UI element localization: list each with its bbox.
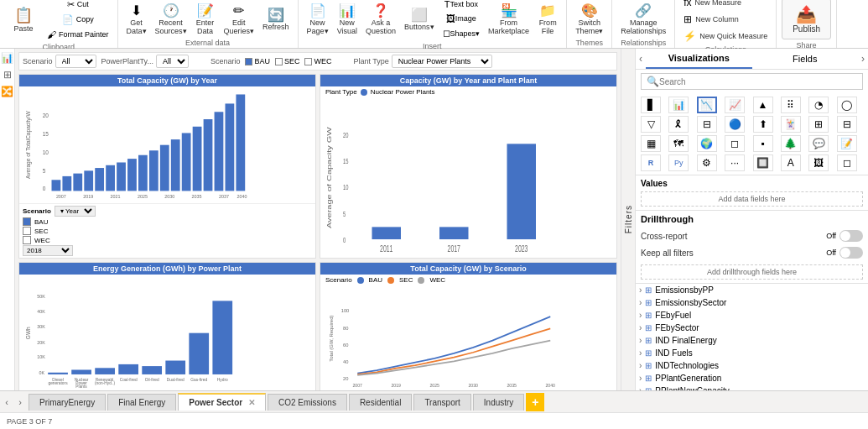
wec-checkbox[interactable]: WEC xyxy=(304,57,331,65)
viz-funnel[interactable]: ▽ xyxy=(641,116,661,133)
new-measure-button[interactable]: fx New Measure xyxy=(680,0,745,10)
shapes-button[interactable]: ◻ Shapes▾ xyxy=(439,26,484,40)
manage-relationships-button[interactable]: 🔗 Manage Relationships xyxy=(617,1,669,37)
viz-qna[interactable]: 💬 xyxy=(808,135,829,152)
viz-gauge[interactable]: 🔵 xyxy=(725,116,745,133)
scenario-chart-content[interactable]: Total (GW, Required) 20 40 60 80 100 xyxy=(320,285,616,390)
field-item-pplantnewcapacity[interactable]: › ⊞ PPlantNewCapacity xyxy=(636,385,868,390)
search-input[interactable] xyxy=(659,77,857,86)
scenario-filter-select[interactable]: AllBAUSECWEC xyxy=(55,55,96,68)
tab-co2[interactable]: CO2 Emissions xyxy=(268,394,347,411)
field-item-indfinalenergy[interactable]: › ⊞ IND FinalEnergy xyxy=(636,334,868,347)
field-item-febyfuel[interactable]: › ⊞ FEbyFuel xyxy=(636,309,868,322)
viz-custom-format[interactable]: ⚙ xyxy=(697,154,717,171)
marketplace-button[interactable]: 🏪 From Marketplace xyxy=(485,1,533,37)
tab-left-nav[interactable]: ‹ xyxy=(0,397,13,407)
refresh-button[interactable]: 🔄 Refresh xyxy=(259,5,293,33)
switch-theme-button[interactable]: 🎨 Switch Theme▾ xyxy=(572,1,606,37)
viz-image-icon[interactable]: 🖼 xyxy=(808,154,829,171)
viz-smart-narrative[interactable]: 📝 xyxy=(837,135,857,152)
viz-ribbon[interactable]: 🎗 xyxy=(668,116,689,133)
field-item-pplantgeneration[interactable]: › ⊞ PPlantGeneration xyxy=(636,372,868,385)
bau-checkbox[interactable]: BAU xyxy=(245,57,270,65)
viz-line[interactable]: 📈 xyxy=(725,97,745,113)
panel-right-nav[interactable]: › xyxy=(858,51,868,66)
viz-shape-map[interactable]: ◻ xyxy=(725,135,745,152)
sec-checkbox[interactable]: SEC xyxy=(275,57,300,65)
viz-filled-map[interactable]: 🌍 xyxy=(697,135,717,152)
viz-bar[interactable]: 📊 xyxy=(668,97,689,113)
viz-kpi[interactable]: ⬆ xyxy=(753,116,773,133)
field-item-emissionsbypp[interactable]: › ⊞ EmissionsbyPP xyxy=(636,284,868,296)
viz-area[interactable]: ▲ xyxy=(753,97,773,113)
add-drillthrough-btn[interactable]: Add drillthrough fields here xyxy=(641,264,863,280)
planttype-select[interactable]: Nuclear Power Plants xyxy=(392,55,492,68)
viz-text[interactable]: A xyxy=(781,154,801,171)
viz-slicer[interactable]: 🔲 xyxy=(753,154,773,171)
viz-multirow-card[interactable]: ⊞ xyxy=(808,116,829,133)
fields-tab[interactable]: Fields xyxy=(752,50,859,68)
viz-table[interactable]: ⊟ xyxy=(837,116,857,133)
total-capacity-content[interactable]: Average of TotalCapacity/W 0 5 10 15 20 xyxy=(19,86,315,203)
viz-pie[interactable]: ◔ xyxy=(808,97,829,113)
viz-scatter[interactable]: ⠿ xyxy=(781,97,801,113)
viz-donut[interactable]: ◯ xyxy=(837,97,857,113)
powerplant-filter-select[interactable]: All xyxy=(156,55,189,68)
viz-shape[interactable]: ◻ xyxy=(837,154,857,171)
cross-report-switch[interactable] xyxy=(839,230,863,242)
copy-button[interactable]: 📄 Copy xyxy=(44,13,112,27)
tab-residential[interactable]: Residential xyxy=(349,394,412,411)
add-data-fields-btn[interactable]: Add data fields here xyxy=(641,191,863,207)
tab-right-nav[interactable]: › xyxy=(13,397,27,407)
energy-generation-content[interactable]: GWh 0K 10K 20K 30K 40K 50K xyxy=(19,275,315,390)
tab-industry[interactable]: Industry xyxy=(473,394,525,411)
viz-clustered-bar[interactable]: 📉 xyxy=(697,97,717,113)
keep-filters-toggle[interactable]: Off xyxy=(826,247,863,259)
new-quick-measure-button[interactable]: ⚡ New Quick Measure xyxy=(680,29,771,44)
viz-more[interactable]: ··· xyxy=(725,154,745,171)
keep-filters-switch[interactable] xyxy=(839,247,863,259)
scenario-inner-select[interactable]: ▾ Year xyxy=(55,206,96,217)
cut-button[interactable]: ✂ Cut xyxy=(44,0,112,12)
viz-map[interactable]: 🗺 xyxy=(668,135,689,152)
capacity-by-year-content[interactable]: Average of Capacity GW 0 5 10 15 20 2011… xyxy=(320,97,616,258)
field-item-indtechnologies[interactable]: › ⊞ INDTechnologies xyxy=(636,359,868,372)
viz-decomp-tree[interactable]: 🌲 xyxy=(781,135,801,152)
viz-treemap[interactable]: ▪ xyxy=(753,135,773,152)
field-item-emissionsbysector[interactable]: › ⊞ EmissionsbySector xyxy=(636,296,868,309)
viz-card[interactable]: 🃏 xyxy=(781,116,801,133)
publish-button[interactable]: 📤 Publish xyxy=(782,0,831,39)
format-painter-button[interactable]: 🖌 Format Painter xyxy=(44,28,112,41)
viz-waterfall[interactable]: ⊟ xyxy=(697,116,717,133)
tab-final-energy[interactable]: Final Energy xyxy=(107,394,176,411)
get-data-button[interactable]: ⬇ Get Data▾ xyxy=(123,1,150,37)
tab-transport[interactable]: Transport xyxy=(413,394,470,411)
visualizations-tab[interactable]: Visualizations xyxy=(646,49,752,69)
new-page-button[interactable]: 📄 New Page▾ xyxy=(304,1,332,37)
image-button[interactable]: 🖼 Image xyxy=(439,12,484,25)
tab-primary-energy[interactable]: PrimaryEnergy xyxy=(29,394,106,411)
cross-report-toggle[interactable]: Off xyxy=(826,230,863,242)
tab-power-sector[interactable]: Power Sector ✕ xyxy=(178,393,266,411)
new-visual-button[interactable]: 📊 New Visual xyxy=(334,1,361,37)
from-file-button[interactable]: 📁 From File xyxy=(534,1,561,37)
field-item-indfuels[interactable]: › ⊞ IND Fuels xyxy=(636,347,868,359)
buttons-button[interactable]: ⬜ Buttons▾ xyxy=(401,5,438,33)
year-select[interactable]: 2018 xyxy=(23,245,73,256)
viz-r[interactable]: R xyxy=(641,154,661,171)
viz-matrix[interactable]: ▦ xyxy=(641,135,661,152)
field-item-febysector[interactable]: › ⊞ FEbySector xyxy=(636,322,868,334)
new-column-button[interactable]: ⊞ New Column xyxy=(680,12,742,27)
tab-power-sector-close[interactable]: ✕ xyxy=(248,398,255,407)
viz-python[interactable]: Py xyxy=(668,154,689,171)
recent-sources-button[interactable]: 🕐 Recent Sources▾ xyxy=(152,1,190,37)
ask-question-button[interactable]: ❓ Ask a Question xyxy=(362,1,399,37)
left-icon-model[interactable]: 🔀 xyxy=(1,86,13,97)
edit-queries-button[interactable]: ✏ Edit Queries▾ xyxy=(221,1,258,37)
left-icon-report[interactable]: 📊 xyxy=(1,52,13,64)
textbox-button[interactable]: T Text box xyxy=(439,0,484,11)
enter-data-button[interactable]: 📝 Enter Data xyxy=(192,1,219,37)
left-icon-data[interactable]: ⊞ xyxy=(3,69,12,81)
tab-add-button[interactable]: + xyxy=(526,393,544,411)
panel-left-nav[interactable]: ‹ xyxy=(636,51,646,66)
